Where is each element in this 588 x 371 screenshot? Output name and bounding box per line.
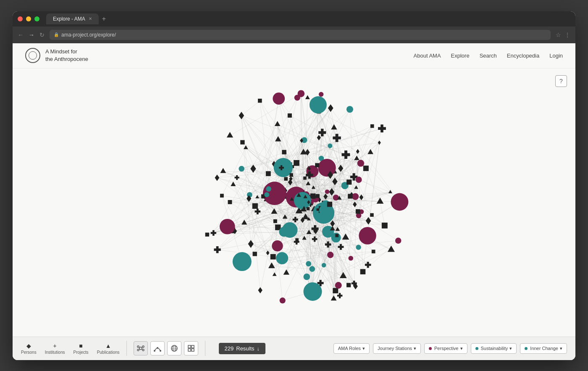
map-view-button[interactable] [167,341,181,355]
content-area: A Mindset for the Anthropocene About AMA… [13,43,575,360]
nav-login[interactable]: Login [549,53,563,59]
svg-point-11 [160,350,161,352]
new-tab-button[interactable]: + [102,15,106,23]
maximize-button[interactable] [34,16,39,21]
ama-roles-label: AMA Roles [338,346,361,351]
institutions-icon: + [53,342,57,349]
nav-explore[interactable]: Explore [451,53,470,59]
svg-point-0 [139,347,142,350]
nav-encyclopedia[interactable]: Encyclopedia [507,53,539,59]
sustainability-chevron: ▾ [509,346,512,351]
close-button[interactable] [18,16,23,21]
url-text: ama-project.org/explore/ [61,32,116,38]
svg-point-10 [157,347,158,349]
browser-window: Explore - AMA ✕ + ← → ↻ 🔒 ama-project.or… [13,11,575,360]
results-count: 229 [225,345,234,352]
bottom-bar: ◆ Persons + Institutions ■ Projects ▲ Pu… [13,337,575,360]
nav-bar: A Mindset for the Anthropocene About AMA… [13,43,575,68]
inner-change-dot [525,347,528,350]
svg-line-8 [142,349,143,350]
active-tab[interactable]: Explore - AMA ✕ [46,13,99,24]
svg-rect-17 [188,345,191,348]
separator-2 [205,341,205,356]
arc-view-button[interactable] [150,341,165,355]
graph-area: ? [13,68,575,337]
legend-persons[interactable]: ◆ Persons [21,342,37,355]
inner-change-label: Inner Change [530,346,558,351]
logo-area: A Mindset for the Anthropocene [25,48,88,63]
sustainability-label: Sustainability [481,346,508,351]
results-badge[interactable]: 229 Results ↓ [219,343,266,354]
filter-area: AMA Roles ▾ Journey Stations ▾ Perspecti… [333,343,567,354]
menu-icon[interactable]: ⋮ [564,32,570,38]
projects-icon: ■ [79,342,82,349]
perspective-label: Perspective [434,346,458,351]
svg-line-5 [139,347,139,348]
publications-icon: ▲ [105,342,111,349]
logo-text: A Mindset for the Anthropocene [45,48,88,63]
reload-button[interactable]: ↻ [39,32,45,38]
legend-projects[interactable]: ■ Projects [74,342,89,355]
journey-stations-label: Journey Stations [378,346,412,351]
perspective-dot [429,347,432,350]
grid-icon [187,345,195,352]
legend-publications[interactable]: ▲ Publications [97,342,120,355]
svg-point-2 [142,346,144,347]
perspective-chevron: ▾ [460,346,463,351]
minimize-button[interactable] [26,16,31,21]
address-input[interactable]: 🔒 ama-project.org/explore/ [50,30,551,40]
view-tools [134,341,198,355]
lock-icon: 🔒 [54,32,59,37]
main-nav: About AMA Explore Search Encyclopedia Lo… [414,53,563,59]
svg-line-7 [139,349,139,350]
svg-point-9 [154,350,155,352]
projects-label: Projects [74,350,89,355]
svg-point-3 [137,349,139,351]
tab-bar: Explore - AMA ✕ + [46,13,570,24]
results-sort-icon: ↓ [257,345,260,352]
grid-view-button[interactable] [184,341,198,355]
sustainability-dot [475,347,478,350]
svg-rect-20 [192,349,194,351]
persons-icon: ◆ [26,342,31,349]
svg-rect-18 [192,345,194,348]
svg-point-4 [142,349,144,351]
nav-search[interactable]: Search [480,53,497,59]
logo-icon [25,48,40,63]
filter-ama-roles[interactable]: AMA Roles ▾ [333,343,370,354]
legend: ◆ Persons + Institutions ■ Projects ▲ Pu… [21,342,120,355]
ama-roles-chevron: ▾ [362,346,365,351]
tab-close-icon[interactable]: ✕ [89,16,92,21]
address-bar: ← → ↻ 🔒 ama-project.org/explore/ ☆ ⋮ [13,26,575,43]
svg-point-1 [137,346,139,347]
traffic-lights [18,16,39,21]
persons-label: Persons [21,350,37,355]
browser-controls: ☆ ⋮ [556,32,570,38]
network-view-button[interactable] [134,341,148,355]
back-button[interactable]: ← [18,32,24,38]
separator-1 [126,341,127,356]
network-icon [137,345,144,352]
map-icon [171,345,178,352]
bookmark-icon[interactable]: ☆ [556,32,561,38]
journey-stations-chevron: ▾ [414,346,416,351]
filter-perspective[interactable]: Perspective ▾ [424,343,467,354]
nav-about[interactable]: About AMA [414,53,441,59]
network-graph[interactable] [13,68,575,337]
forward-button[interactable]: → [29,32,34,38]
inner-change-chevron: ▾ [560,346,562,351]
institutions-label: Institutions [45,350,65,355]
tab-title: Explore - AMA [53,16,85,22]
publications-label: Publications [97,350,120,355]
results-label: Results [236,345,254,352]
svg-line-6 [142,347,143,348]
title-bar: Explore - AMA ✕ + [13,11,575,26]
filter-journey-stations[interactable]: Journey Stations ▾ [373,343,421,354]
arc-icon [154,345,161,352]
help-button[interactable]: ? [555,75,567,87]
legend-institutions[interactable]: + Institutions [45,342,65,355]
filter-inner-change[interactable]: Inner Change ▾ [520,343,567,354]
filter-sustainability[interactable]: Sustainability ▾ [471,343,517,354]
svg-rect-19 [188,349,191,351]
